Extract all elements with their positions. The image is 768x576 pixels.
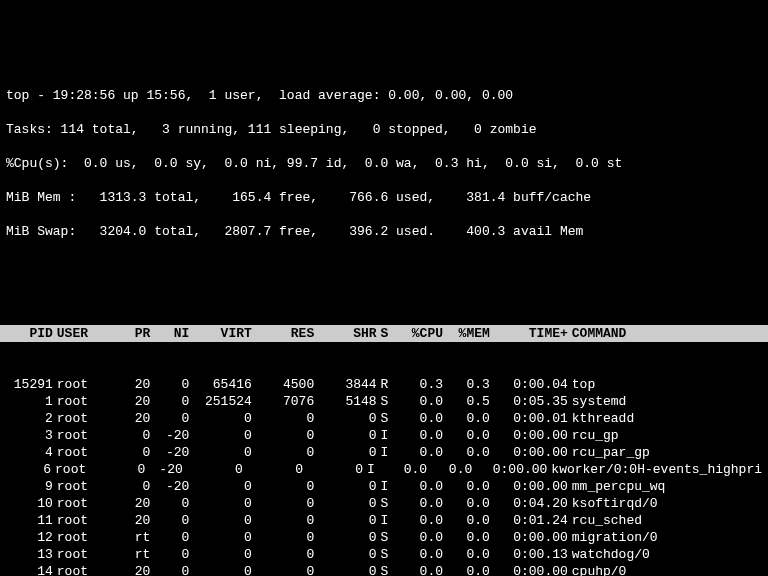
cell-user: root bbox=[53, 563, 96, 576]
cell-time: 0:00.00 bbox=[490, 478, 568, 495]
cell-cpu: 0.0 bbox=[396, 512, 443, 529]
cell-res: 0 bbox=[252, 512, 314, 529]
cell-state: S bbox=[377, 410, 397, 427]
col-ni[interactable]: NI bbox=[150, 325, 189, 342]
cell-pr: 0 bbox=[96, 444, 151, 461]
top-summary: top - 19:28:56 up 15:56, 1 user, load av… bbox=[0, 68, 768, 291]
cell-virt: 0 bbox=[189, 427, 251, 444]
cell-res: 0 bbox=[252, 410, 314, 427]
column-headers[interactable]: PID USER PR NI VIRT RES SHR S %CPU %MEM … bbox=[0, 325, 768, 342]
cell-mem: 0.0 bbox=[443, 529, 490, 546]
summary-line-tasks: Tasks: 114 total, 3 running, 111 sleepin… bbox=[6, 121, 762, 138]
process-row[interactable]: 2root200000S0.00.00:00.01kthreadd bbox=[6, 410, 762, 427]
cell-ni: 0 bbox=[150, 529, 189, 546]
cell-user: root bbox=[53, 512, 96, 529]
cell-command: kthreadd bbox=[568, 410, 634, 427]
cell-time: 0:01.24 bbox=[490, 512, 568, 529]
cell-state: S bbox=[377, 529, 397, 546]
process-list: 15291root2006541645003844R0.30.30:00.04t… bbox=[0, 376, 768, 576]
cell-time: 0:00.13 bbox=[490, 546, 568, 563]
col-pr[interactable]: PR bbox=[96, 325, 151, 342]
cell-pr: 20 bbox=[96, 563, 151, 576]
cell-mem: 0.0 bbox=[443, 546, 490, 563]
cell-state: I bbox=[377, 478, 397, 495]
cell-user: root bbox=[53, 410, 96, 427]
cell-user: root bbox=[51, 461, 93, 478]
cell-shr: 0 bbox=[314, 529, 376, 546]
cell-time: 0:00.00 bbox=[490, 444, 568, 461]
col-mem[interactable]: %MEM bbox=[443, 325, 490, 342]
col-pid[interactable]: PID bbox=[6, 325, 53, 342]
summary-line-uptime: top - 19:28:56 up 15:56, 1 user, load av… bbox=[6, 87, 762, 104]
cell-command: cpuhp/0 bbox=[568, 563, 627, 576]
process-row[interactable]: 15291root2006541645003844R0.30.30:00.04t… bbox=[6, 376, 762, 393]
col-cpu[interactable]: %CPU bbox=[396, 325, 443, 342]
process-row[interactable]: 12rootrt0000S0.00.00:00.00migration/0 bbox=[6, 529, 762, 546]
process-row[interactable]: 6root0-20000I0.00.00:00.00kworker/0:0H-e… bbox=[6, 461, 762, 478]
cell-res: 0 bbox=[252, 546, 314, 563]
col-user[interactable]: USER bbox=[53, 325, 96, 342]
cell-pid: 9 bbox=[6, 478, 53, 495]
process-row[interactable]: 4root0-20000I0.00.00:00.00rcu_par_gp bbox=[6, 444, 762, 461]
process-row[interactable]: 1root20025152470765148S0.00.50:05.35syst… bbox=[6, 393, 762, 410]
cell-shr: 0 bbox=[303, 461, 363, 478]
col-virt[interactable]: VIRT bbox=[189, 325, 251, 342]
cell-virt: 0 bbox=[189, 495, 251, 512]
col-shr[interactable]: SHR bbox=[314, 325, 376, 342]
cell-virt: 0 bbox=[189, 444, 251, 461]
cell-state: S bbox=[377, 563, 397, 576]
cell-state: S bbox=[377, 393, 397, 410]
cell-virt: 0 bbox=[189, 563, 251, 576]
cell-user: root bbox=[53, 478, 96, 495]
process-row[interactable]: 3root0-20000I0.00.00:00.00rcu_gp bbox=[6, 427, 762, 444]
cell-res: 0 bbox=[243, 461, 303, 478]
cell-shr: 0 bbox=[314, 546, 376, 563]
cell-cpu: 0.0 bbox=[396, 427, 443, 444]
cell-mem: 0.0 bbox=[443, 410, 490, 427]
process-row[interactable]: 9root0-20000I0.00.00:00.00mm_percpu_wq bbox=[6, 478, 762, 495]
cell-ni: 0 bbox=[150, 512, 189, 529]
cell-cpu: 0.3 bbox=[396, 376, 443, 393]
cell-res: 7076 bbox=[252, 393, 314, 410]
cell-state: I bbox=[377, 512, 397, 529]
cell-state: S bbox=[377, 495, 397, 512]
cell-mem: 0.0 bbox=[443, 495, 490, 512]
cell-command: kworker/0:0H-events_highpri bbox=[547, 461, 762, 478]
process-row[interactable]: 14root200000S0.00.00:00.00cpuhp/0 bbox=[6, 563, 762, 576]
cell-time: 0:00.00 bbox=[472, 461, 547, 478]
cell-virt: 251524 bbox=[189, 393, 251, 410]
cell-mem: 0.3 bbox=[443, 376, 490, 393]
cell-pr: 20 bbox=[96, 410, 151, 427]
cell-ni: 0 bbox=[150, 546, 189, 563]
cell-pid: 3 bbox=[6, 427, 53, 444]
cell-command: migration/0 bbox=[568, 529, 658, 546]
cell-ni: 0 bbox=[150, 393, 189, 410]
col-res[interactable]: RES bbox=[252, 325, 314, 342]
process-row[interactable]: 11root200000I0.00.00:01.24rcu_sched bbox=[6, 512, 762, 529]
cell-command: rcu_sched bbox=[568, 512, 642, 529]
cell-shr: 3844 bbox=[314, 376, 376, 393]
cell-time: 0:00.00 bbox=[490, 529, 568, 546]
cell-state: I bbox=[363, 461, 382, 478]
cell-user: root bbox=[53, 444, 96, 461]
col-time[interactable]: TIME+ bbox=[490, 325, 568, 342]
cell-state: I bbox=[377, 444, 397, 461]
cell-cpu: 0.0 bbox=[396, 495, 443, 512]
process-row[interactable]: 10root200000S0.00.00:04.20ksoftirqd/0 bbox=[6, 495, 762, 512]
cell-state: R bbox=[377, 376, 397, 393]
cell-command: rcu_gp bbox=[568, 427, 619, 444]
col-command[interactable]: COMMAND bbox=[568, 325, 627, 342]
cell-state: S bbox=[377, 546, 397, 563]
process-row[interactable]: 13rootrt0000S0.00.00:00.13watchdog/0 bbox=[6, 546, 762, 563]
col-s[interactable]: S bbox=[377, 325, 397, 342]
cell-mem: 0.0 bbox=[443, 444, 490, 461]
cell-pid: 14 bbox=[6, 563, 53, 576]
cell-pr: 20 bbox=[96, 512, 151, 529]
cell-user: root bbox=[53, 376, 96, 393]
cell-state: I bbox=[377, 427, 397, 444]
cell-pr: 0 bbox=[96, 478, 151, 495]
cell-mem: 0.0 bbox=[443, 478, 490, 495]
cell-res: 0 bbox=[252, 563, 314, 576]
cell-time: 0:00.04 bbox=[490, 376, 568, 393]
cell-res: 0 bbox=[252, 478, 314, 495]
